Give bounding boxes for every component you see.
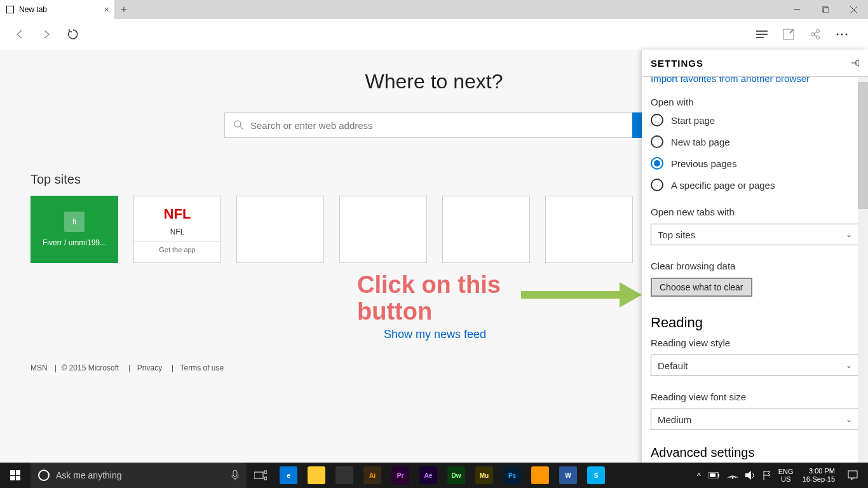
advanced-settings-label: Advanced settings (651, 445, 859, 460)
back-button[interactable] (10, 24, 30, 44)
cortana-icon (38, 470, 50, 481)
svg-rect-24 (264, 471, 267, 473)
chevron-down-icon: ⌄ (846, 230, 852, 239)
open-with-label: Open with (651, 97, 859, 107)
top-site-tile[interactable]: fi Fiverr / ummi199... (31, 196, 118, 263)
tray-network-icon[interactable] (724, 471, 742, 479)
svg-rect-2 (824, 8, 829, 13)
taskbar-app-firefox[interactable] (526, 463, 554, 488)
hub-button[interactable] (752, 24, 772, 44)
taskbar-app-ps[interactable]: Ps (498, 463, 526, 488)
svg-point-11 (817, 30, 820, 33)
taskbar-app-ae[interactable]: Ae (414, 463, 442, 488)
taskbar-app-explorer[interactable] (302, 463, 330, 488)
mic-icon[interactable] (231, 470, 239, 481)
search-box[interactable] (224, 112, 644, 138)
task-view-button[interactable] (247, 463, 275, 488)
webnote-button[interactable] (778, 24, 799, 44)
open-with-previous-pages[interactable]: Previous pages (651, 157, 859, 170)
more-button[interactable] (832, 24, 852, 44)
forward-button[interactable] (36, 24, 57, 44)
search-input[interactable] (250, 120, 634, 131)
svg-rect-30 (848, 471, 857, 478)
explorer-icon (308, 466, 325, 484)
window-maximize-button[interactable] (811, 0, 839, 19)
annotation-arrow-icon (521, 282, 642, 308)
taskbar: Ask me anything eAiPrAeDwMuPsWS ^ ENGUS … (0, 463, 868, 488)
top-site-tile[interactable]: NFL NFL Get the app (133, 196, 221, 263)
share-button[interactable] (805, 24, 825, 44)
tray-chevron-icon[interactable]: ^ (693, 471, 705, 480)
radio-icon (651, 179, 663, 191)
open-with-specific-page[interactable]: A specific page or pages (651, 179, 859, 191)
refresh-button[interactable] (63, 24, 83, 44)
browser-tab[interactable]: New tab × (0, 0, 114, 19)
window-close-button[interactable] (839, 0, 868, 19)
svg-point-16 (841, 34, 843, 36)
tray-clock[interactable]: 3:00 PM16-Sep-15 (797, 467, 840, 484)
svg-point-17 (846, 34, 848, 36)
footer-copyright: © 2015 Microsoft (61, 363, 119, 372)
tile-label: NFL (170, 227, 185, 236)
taskbar-app-edge[interactable]: e (275, 463, 302, 488)
taskbar-app-ai[interactable]: Ai (358, 463, 386, 488)
footer-terms[interactable]: Terms of use (180, 363, 224, 372)
taskbar-app-dw[interactable]: Dw (442, 463, 470, 488)
fiverr-icon: fi (64, 212, 85, 232)
tray-battery-icon[interactable] (705, 472, 724, 478)
radio-icon (651, 157, 663, 170)
choose-what-to-clear-button[interactable]: Choose what to clear (651, 278, 752, 297)
show-news-feed-link[interactable]: Show my news feed (384, 328, 486, 341)
tray-language[interactable]: ENGUS (775, 468, 797, 483)
top-site-tile-empty[interactable] (339, 196, 427, 263)
nfl-icon: NFL (164, 206, 191, 222)
taskbar-app-pr[interactable]: Pr (386, 463, 414, 488)
svg-line-14 (814, 35, 817, 37)
window-minimize-button[interactable] (782, 0, 811, 19)
settings-panel: SETTINGS Import favorites from another b… (642, 50, 868, 463)
settings-body: Import favorites from another browser Op… (642, 76, 868, 463)
svg-point-12 (817, 36, 820, 39)
mu-icon: Mu (475, 466, 493, 484)
open-with-start-page[interactable]: Start page (651, 114, 859, 126)
svg-line-9 (790, 30, 793, 33)
top-site-tile-empty[interactable] (442, 196, 530, 263)
reading-style-dropdown[interactable]: Default ⌄ (651, 355, 859, 376)
taskbar-app-store[interactable] (330, 463, 358, 488)
clear-browsing-label: Clear browsing data (651, 261, 859, 271)
open-with-new-tab[interactable]: New tab page (651, 135, 859, 148)
top-site-tile-empty[interactable] (236, 196, 324, 263)
taskbar-app-word[interactable]: W (554, 463, 582, 488)
reading-font-label: Reading view font size (651, 391, 859, 402)
pin-icon[interactable] (850, 58, 859, 67)
open-new-tabs-dropdown[interactable]: Top sites ⌄ (651, 224, 859, 245)
new-tab-button[interactable]: + (114, 0, 133, 19)
reading-section-title: Reading (651, 315, 859, 331)
edge-icon: e (280, 466, 297, 484)
skype-icon: S (587, 466, 605, 484)
system-tray: ^ ENGUS 3:00 PM16-Sep-15 (693, 463, 868, 488)
svg-rect-22 (233, 470, 237, 477)
tray-volume-icon[interactable] (742, 471, 759, 480)
dw-icon: Dw (447, 466, 465, 484)
tray-flag-icon[interactable] (759, 471, 775, 480)
top-site-tile-empty[interactable] (545, 196, 633, 263)
windows-icon (10, 470, 20, 480)
scrollbar-thumb[interactable] (858, 82, 868, 209)
footer-privacy[interactable]: Privacy (137, 363, 162, 372)
tray-notifications-icon[interactable] (840, 463, 865, 488)
tab-close-icon[interactable]: × (104, 4, 109, 15)
word-icon: W (559, 466, 577, 484)
cortana-search[interactable]: Ask me anything (31, 463, 247, 488)
footer-msn[interactable]: MSN (31, 363, 48, 372)
svg-line-19 (240, 126, 243, 130)
radio-icon (651, 114, 663, 126)
titlebar: New tab × + (0, 0, 868, 19)
svg-point-18 (234, 121, 241, 127)
taskbar-app-mu[interactable]: Mu (470, 463, 498, 488)
taskbar-app-skype[interactable]: S (582, 463, 610, 488)
import-favorites-link[interactable]: Import favorites from another browser (651, 76, 859, 84)
reading-font-dropdown[interactable]: Medium ⌄ (651, 409, 859, 430)
start-button[interactable] (0, 463, 31, 488)
pr-icon: Pr (391, 466, 409, 484)
